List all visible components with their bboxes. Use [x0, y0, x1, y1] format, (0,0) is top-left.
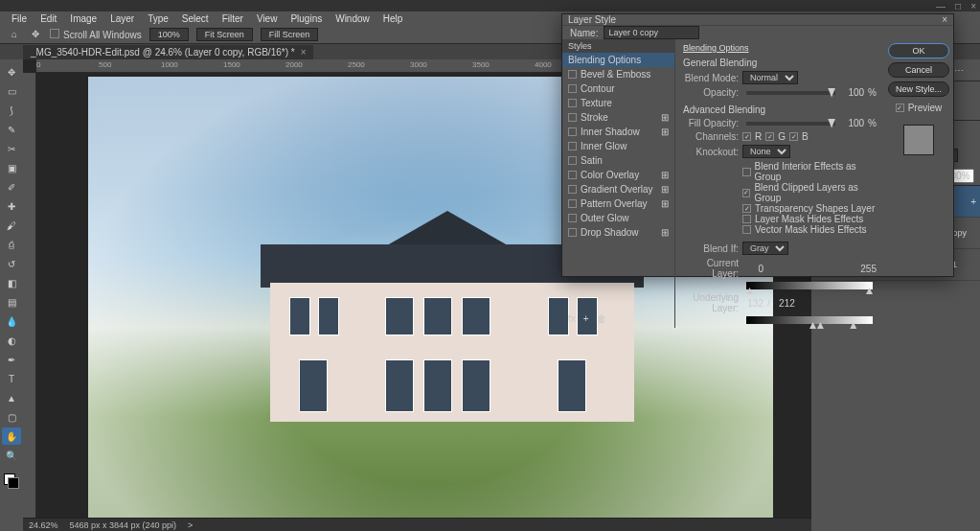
- layer-name-input[interactable]: [604, 26, 699, 39]
- channel-r-checkbox[interactable]: [742, 132, 751, 141]
- frame-tool[interactable]: ▣: [2, 159, 21, 176]
- fill-opacity-slider[interactable]: [746, 122, 835, 126]
- eyedropper-tool[interactable]: ✐: [2, 178, 21, 196]
- menu-layer[interactable]: Layer: [104, 12, 140, 25]
- dialog-titlebar[interactable]: Layer Style ×: [562, 14, 953, 26]
- new-style-button[interactable]: New Style...: [888, 81, 949, 97]
- menu-help[interactable]: Help: [377, 12, 409, 25]
- shape-tool[interactable]: ▢: [2, 408, 21, 426]
- effect-item[interactable]: Inner Glow: [562, 139, 674, 153]
- fill-screen-button[interactable]: Fill Screen: [261, 28, 319, 41]
- dodge-tool[interactable]: ◐: [2, 332, 21, 349]
- zoom-100-button[interactable]: 100%: [149, 28, 189, 41]
- option-checkbox[interactable]: [742, 215, 751, 223]
- this-layer-gradient[interactable]: [746, 282, 873, 289]
- menu-edit[interactable]: Edit: [34, 12, 62, 25]
- menu-image[interactable]: Image: [64, 12, 103, 25]
- type-tool[interactable]: T: [2, 370, 21, 387]
- effect-checkbox[interactable]: [568, 156, 577, 165]
- eraser-tool[interactable]: ◧: [2, 274, 21, 291]
- document-tab[interactable]: _MG_3540-HDR-Edit.psd @ 24.6% (Layer 0 c…: [23, 45, 313, 59]
- effect-checkbox[interactable]: [568, 185, 577, 194]
- home-icon[interactable]: ⌂: [8, 28, 21, 41]
- add-style-icon[interactable]: +: [970, 196, 976, 207]
- add-instance-icon[interactable]: ⊞: [661, 198, 669, 209]
- delete-effect-icon[interactable]: 🗑: [597, 313, 606, 324]
- option-checkbox[interactable]: [742, 189, 750, 197]
- hand-tool[interactable]: ✋: [2, 427, 21, 445]
- option-checkbox[interactable]: [742, 225, 751, 234]
- option-checkbox[interactable]: [742, 204, 751, 213]
- blend-option[interactable]: Layer Mask Hides Effects: [683, 214, 877, 224]
- brush-tool[interactable]: 🖌: [2, 217, 21, 234]
- maximize-button[interactable]: □: [955, 1, 961, 12]
- effect-item[interactable]: Satin: [562, 153, 674, 168]
- effect-checkbox[interactable]: [568, 70, 577, 79]
- cancel-button[interactable]: Cancel: [888, 62, 949, 78]
- effect-item[interactable]: Texture: [562, 96, 674, 110]
- option-checkbox[interactable]: [742, 168, 751, 176]
- add-instance-icon[interactable]: ⊞: [661, 112, 669, 123]
- effect-checkbox[interactable]: [568, 142, 577, 150]
- pen-tool[interactable]: ✒: [2, 351, 21, 368]
- add-instance-icon[interactable]: ⊞: [661, 170, 669, 180]
- menu-file[interactable]: File: [6, 12, 33, 25]
- gradient-tool[interactable]: ▤: [2, 293, 21, 311]
- effect-item[interactable]: Stroke⊞: [562, 110, 674, 125]
- opacity-slider[interactable]: [746, 91, 835, 95]
- add-instance-icon[interactable]: ⊞: [661, 227, 669, 238]
- blend-option[interactable]: Blend Clipped Layers as Group: [683, 182, 877, 203]
- history-brush-tool[interactable]: ↺: [2, 255, 21, 272]
- channel-g-checkbox[interactable]: [765, 132, 774, 141]
- fill-value[interactable]: 100: [843, 118, 864, 128]
- path-select-tool[interactable]: ▲: [2, 389, 21, 406]
- close-tab-icon[interactable]: ×: [301, 47, 307, 58]
- effect-item[interactable]: Contour: [562, 81, 674, 96]
- channel-b-checkbox[interactable]: [789, 132, 798, 141]
- zoom-level[interactable]: 24.62%: [29, 520, 58, 530]
- dialog-close-icon[interactable]: ×: [942, 14, 947, 25]
- effect-item[interactable]: Pattern Overlay⊞: [562, 196, 674, 211]
- menu-view[interactable]: View: [251, 12, 284, 25]
- effect-item[interactable]: Blending Options: [562, 53, 674, 67]
- zoom-tool[interactable]: 🔍: [2, 447, 21, 464]
- effect-checkbox[interactable]: [568, 84, 577, 93]
- crop-tool[interactable]: ✂: [2, 140, 21, 157]
- blur-tool[interactable]: 💧: [2, 312, 21, 330]
- menu-type[interactable]: Type: [142, 12, 174, 25]
- blend-option[interactable]: Transparency Shapes Layer: [683, 203, 877, 214]
- effect-checkbox[interactable]: [568, 113, 577, 122]
- ok-button[interactable]: OK: [888, 43, 949, 58]
- effect-checkbox[interactable]: [568, 199, 577, 208]
- stamp-tool[interactable]: ⎙: [2, 236, 21, 253]
- effect-checkbox[interactable]: [568, 171, 577, 179]
- knockout-select[interactable]: None: [742, 145, 790, 158]
- add-effect-icon[interactable]: +: [583, 313, 589, 324]
- minimize-button[interactable]: —: [936, 1, 946, 12]
- effect-item[interactable]: Drop Shadow⊞: [562, 225, 674, 240]
- blendif-select[interactable]: Gray: [742, 242, 788, 255]
- menu-filter[interactable]: Filter: [217, 12, 249, 25]
- effect-item[interactable]: Color Overlay⊞: [562, 168, 674, 182]
- tool-preset-icon[interactable]: ✥: [29, 28, 42, 41]
- add-instance-icon[interactable]: ⊞: [661, 184, 669, 195]
- menu-select[interactable]: Select: [176, 12, 215, 25]
- blend-option[interactable]: Blend Interior Effects as Group: [683, 161, 877, 182]
- effect-item[interactable]: Bevel & Emboss: [562, 67, 674, 81]
- opacity-value[interactable]: 100: [843, 87, 864, 98]
- quick-select-tool[interactable]: ✎: [2, 121, 21, 138]
- preview-checkbox[interactable]: [896, 104, 904, 112]
- effect-checkbox[interactable]: [568, 127, 577, 136]
- lasso-tool[interactable]: ⟆: [2, 102, 21, 119]
- marquee-tool[interactable]: ▭: [2, 82, 21, 100]
- healing-tool[interactable]: ✚: [2, 197, 21, 215]
- effect-item[interactable]: Inner Shadow⊞: [562, 125, 674, 139]
- scroll-all-checkbox[interactable]: Scroll All Windows: [50, 29, 142, 40]
- effect-checkbox[interactable]: [568, 99, 577, 107]
- color-swatches[interactable]: [4, 473, 19, 489]
- effect-checkbox[interactable]: [568, 214, 577, 222]
- fit-screen-button[interactable]: Fit Screen: [196, 28, 253, 41]
- fx-icon[interactable]: fx: [568, 313, 576, 324]
- effect-item[interactable]: Outer Glow: [562, 211, 674, 225]
- menu-plugins[interactable]: Plugins: [285, 12, 328, 25]
